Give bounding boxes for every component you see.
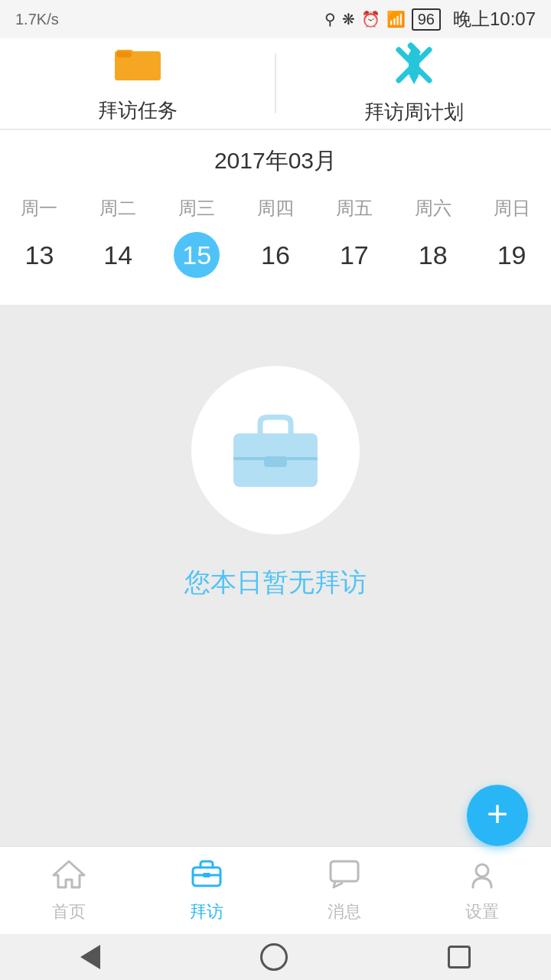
svg-marker-10 <box>409 76 419 84</box>
add-icon: + <box>487 795 508 832</box>
calendar-month: 2017年03月 <box>0 145 551 177</box>
svg-rect-9 <box>409 54 419 76</box>
message-icon <box>328 858 361 896</box>
svg-marker-14 <box>54 861 84 887</box>
weekday-sun: 周日 <box>472 192 551 224</box>
tab-plan[interactable]: 拜访周计划 <box>276 38 551 129</box>
plan-icon <box>391 42 437 93</box>
calendar-day-15[interactable]: 15 <box>158 224 236 286</box>
calendar-day-13[interactable]: 13 <box>0 224 79 286</box>
nav-home-label: 首页 <box>52 900 86 923</box>
status-bar: 1.7K/s ⚲ ❋ ⏰ 📶 96 晚上10:07 <box>0 0 551 38</box>
top-tabs: 拜访任务 拜访周计划 <box>0 38 551 130</box>
weekday-wed: 周三 <box>158 192 236 224</box>
tab-task[interactable]: 拜访任务 <box>0 38 275 129</box>
nav-settings[interactable]: 设置 <box>413 847 551 934</box>
weekday-thu: 周四 <box>236 192 315 224</box>
weekday-tue: 周二 <box>79 192 158 224</box>
home-bar <box>0 934 551 980</box>
status-gps-icon: ⚲ <box>324 10 336 28</box>
recents-button[interactable] <box>448 946 471 969</box>
weekday-fri: 周五 <box>315 192 393 224</box>
nav-home[interactable]: 首页 <box>0 847 138 934</box>
bottom-nav: 首页 拜访 消息 设置 <box>0 846 551 934</box>
status-time: 晚上10:07 <box>453 7 536 31</box>
nav-message[interactable]: 消息 <box>276 847 413 934</box>
weekday-mon: 周一 <box>0 192 79 224</box>
calendar-days: 13 14 15 16 17 18 19 <box>0 224 551 297</box>
home-button[interactable] <box>260 943 288 971</box>
nav-visit[interactable]: 拜访 <box>138 847 276 934</box>
weekday-sat: 周六 <box>393 192 472 224</box>
calendar-day-16[interactable]: 16 <box>236 224 315 286</box>
calendar-section: 2017年03月 周一 周二 周三 周四 周五 周六 周日 13 14 15 1… <box>0 130 551 305</box>
calendar-day-14[interactable]: 14 <box>79 224 158 286</box>
empty-message: 您本日暂无拜访 <box>184 565 367 600</box>
calendar-day-19[interactable]: 19 <box>472 224 551 286</box>
empty-icon-container <box>191 366 360 534</box>
task-icon <box>115 44 161 91</box>
status-bluetooth-icon: ❋ <box>342 10 355 28</box>
add-visit-button[interactable]: + <box>467 785 528 846</box>
nav-visit-label: 拜访 <box>190 900 223 923</box>
settings-icon <box>465 858 499 896</box>
status-battery: 96 <box>412 8 441 31</box>
svg-rect-17 <box>203 873 210 877</box>
svg-rect-18 <box>331 861 358 881</box>
visit-icon <box>190 858 223 896</box>
status-icons: ⚲ ❋ ⏰ 📶 96 晚上10:07 <box>324 7 536 31</box>
status-speed: 1.7K/s <box>15 11 324 28</box>
back-button[interactable] <box>80 945 100 969</box>
calendar-day-18[interactable]: 18 <box>393 224 472 286</box>
svg-rect-4 <box>116 51 132 57</box>
tab-task-label: 拜访任务 <box>98 97 178 124</box>
calendar-day-17[interactable]: 17 <box>315 224 393 286</box>
svg-rect-3 <box>115 54 161 80</box>
status-alarm-icon: ⏰ <box>361 10 380 28</box>
nav-message-label: 消息 <box>328 900 361 923</box>
status-wifi-icon: 📶 <box>386 10 406 28</box>
home-icon <box>52 858 86 896</box>
nav-settings-label: 设置 <box>465 900 499 923</box>
svg-point-19 <box>476 864 488 877</box>
tab-plan-label: 拜访周计划 <box>364 99 464 126</box>
calendar-weekdays: 周一 周二 周三 周四 周五 周六 周日 <box>0 192 551 224</box>
main-content: 您本日暂无拜访 <box>0 305 551 933</box>
briefcase-icon <box>226 407 325 494</box>
